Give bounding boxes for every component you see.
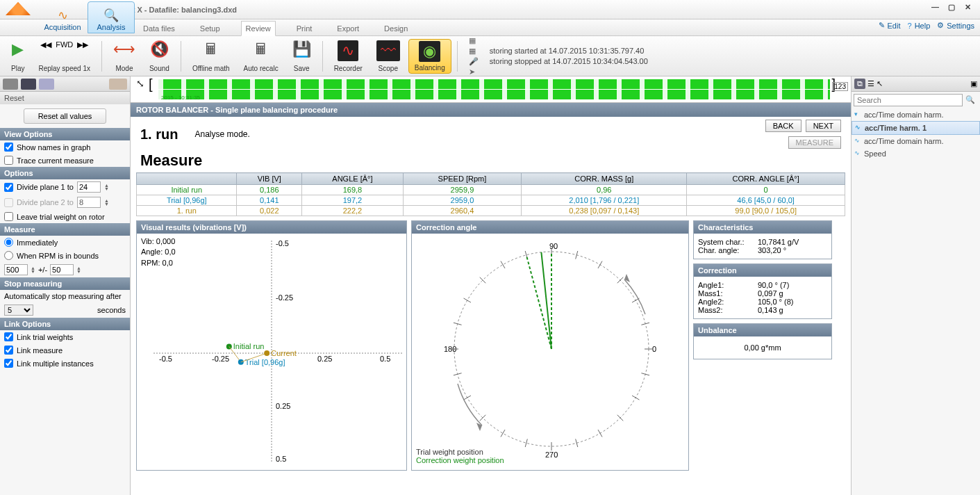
svg-text:270: 270: [545, 451, 558, 459]
search-input[interactable]: [854, 94, 963, 106]
menu-datafiles[interactable]: Data files: [139, 22, 179, 35]
waveform-icon: ∿: [58, 8, 68, 23]
recorder-button[interactable]: ∿Recorder: [329, 39, 368, 74]
app-logo-icon: [4, 1, 32, 18]
scope-icon: 〰: [376, 40, 400, 61]
zoom-out-icon[interactable]: ⤡: [136, 78, 144, 89]
display-mode-button[interactable]: [3, 79, 18, 90]
link-multiple-checkbox[interactable]: Link multiple instances: [0, 357, 130, 370]
menu-bar: Data files Setup Review Print Export Des…: [0, 19, 980, 36]
table-header: SPEED [Rpm]: [403, 173, 521, 185]
rpm-hi-field[interactable]: [50, 264, 74, 275]
edit-button[interactable]: ✎Edit: [879, 21, 901, 30]
mode-button[interactable]: ⟷Mode: [108, 39, 141, 74]
show-names-checkbox[interactable]: Show names in graph: [0, 140, 130, 154]
leave-trial-checkbox[interactable]: Leave trial weight on rotor: [0, 210, 130, 223]
divide-plane1-checkbox[interactable]: [4, 183, 13, 192]
play-button[interactable]: ▶Play: [6, 39, 30, 74]
search-icon[interactable]: 🔍: [963, 94, 978, 106]
table-header: ANGLE [Â°]: [302, 173, 404, 185]
panel-header: Correction angle: [412, 221, 688, 234]
display-mode-button[interactable]: [21, 79, 36, 90]
close-icon[interactable]: ✕: [965, 3, 974, 11]
settings-button[interactable]: ⚙Settings: [937, 21, 974, 30]
svg-point-16: [264, 350, 269, 356]
menu-export[interactable]: Export: [333, 22, 363, 35]
minimize-icon[interactable]: —: [931, 3, 941, 11]
mic-icon: 🎤: [469, 57, 479, 66]
channel-item[interactable]: acc/Time harm. 1: [852, 121, 980, 135]
balancing-button[interactable]: ◉Balancing: [408, 39, 451, 74]
trial-position-label: Trial weight position: [416, 448, 504, 456]
mode-analysis-label: Analysis: [97, 23, 126, 31]
play-icon: ▶: [12, 40, 24, 58]
save-button[interactable]: 💾Save: [287, 39, 317, 74]
link-options-header: Link Options: [0, 318, 130, 330]
menu-design[interactable]: Design: [380, 22, 412, 35]
mode-acquisition[interactable]: ∿ Acquisition: [39, 1, 86, 33]
magnifier-icon: 🔍: [103, 8, 119, 23]
ruler-button[interactable]: [109, 79, 127, 90]
list-view-icon[interactable]: ☰: [867, 79, 874, 88]
stepper-icon[interactable]: ▲▼: [104, 184, 109, 190]
correction-angle-panel: Correction angle 90 0 180 270: [411, 220, 689, 471]
panel-header: Characteristics: [694, 221, 831, 234]
reset-all-button[interactable]: Reset all values: [24, 108, 107, 124]
svg-line-40: [525, 439, 527, 447]
expand-icon[interactable]: ▣: [970, 79, 977, 88]
storage-icon: ▦: [469, 36, 479, 45]
sound-button[interactable]: 🔇Sound: [144, 39, 175, 74]
svg-text:0.5: 0.5: [380, 355, 390, 363]
link-trials-checkbox[interactable]: Link trial weights: [0, 330, 130, 343]
scope-button[interactable]: 〰Scope: [371, 39, 406, 74]
mode-analysis[interactable]: 🔍 Analysis: [88, 1, 135, 33]
side-info-column: Characteristics System char.:10,7841 g/V…: [693, 220, 832, 471]
svg-text:90: 90: [549, 242, 558, 250]
timeline-strip[interactable]: ⤡ [ 2015 - 10:31:35 ] 123: [131, 76, 851, 103]
channel-group[interactable]: acc/Time domain harm.: [852, 108, 980, 121]
back-button[interactable]: BACK: [765, 120, 802, 132]
status-line: storing started at 14.07.2015 10:31:35.7…: [490, 46, 648, 56]
channel-item[interactable]: Speed: [852, 147, 980, 160]
offline-math-button[interactable]: 🖩Offline math: [187, 39, 235, 74]
svg-line-39: [501, 430, 505, 437]
panel-header: Visual results (vibrations [V]): [137, 221, 406, 234]
event-icons: ▦▦🎤➤: [469, 36, 479, 76]
rpm-low-field[interactable]: [4, 264, 28, 275]
left-options-panel: Reset Reset all values View Options Show…: [0, 76, 131, 495]
display-buttons-row: [0, 76, 130, 92]
waveform-icon: [158, 79, 830, 99]
pencil-icon: ✎: [879, 21, 885, 30]
stop-seconds-select[interactable]: 5: [4, 305, 33, 316]
maximize-icon[interactable]: ▢: [948, 3, 958, 11]
rotor-balancer-header: ROTOR BALANCER - Single plane balancing …: [131, 103, 851, 117]
svg-point-13: [238, 359, 244, 365]
auto-recalc-button[interactable]: 🖩Auto recalc: [238, 39, 284, 74]
svg-text:-0.5: -0.5: [159, 355, 172, 363]
help-button[interactable]: ?Help: [908, 21, 931, 30]
immediately-radio[interactable]: Immediately: [0, 236, 130, 249]
cursor-icon: ➤: [469, 67, 479, 76]
menu-review[interactable]: Review: [241, 21, 276, 36]
svg-text:Initial run: Initial run: [233, 342, 265, 350]
svg-text:-0.25: -0.25: [212, 355, 229, 363]
rpm-bounds-radio[interactable]: When RPM is in bounds: [0, 249, 130, 262]
link-measure-checkbox[interactable]: Link measure: [0, 343, 130, 357]
brackets-icon: ⟷: [113, 40, 135, 58]
menu-print[interactable]: Print: [292, 22, 317, 35]
svg-text:Current: Current: [271, 349, 297, 357]
fastfwd-icon[interactable]: ▶▶: [77, 40, 88, 49]
divide-plane1-field[interactable]: [77, 181, 101, 193]
divide-plane2-field: [77, 197, 101, 208]
menu-setup[interactable]: Setup: [196, 22, 224, 35]
timeline-digits-icon[interactable]: 123: [832, 82, 848, 91]
next-button[interactable]: NEXT: [806, 120, 841, 132]
pointer-icon[interactable]: ↖: [877, 79, 883, 88]
trace-measure-checkbox[interactable]: Trace current measure: [0, 154, 130, 167]
rewind-icon[interactable]: ◀◀: [40, 40, 51, 49]
status-line: storing stopped at 14.07.2015 10:34:04.5…: [490, 56, 648, 66]
replay-speed[interactable]: ◀◀FWD▶▶ Replay speed 1x: [33, 39, 96, 74]
channel-item[interactable]: acc/Time domain harm.: [852, 135, 980, 147]
tree-view-icon[interactable]: ⧉: [854, 79, 865, 89]
display-mode-button[interactable]: [39, 79, 54, 90]
